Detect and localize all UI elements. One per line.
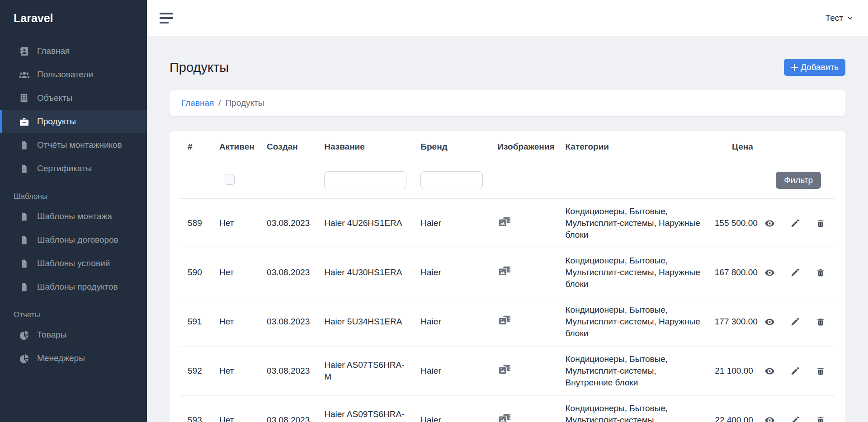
- cell-price: 22 400.00: [708, 396, 756, 422]
- view-button[interactable]: [764, 316, 776, 328]
- edit-button[interactable]: [789, 217, 801, 229]
- file-pdf-icon: [18, 139, 30, 151]
- sidebar-item-label: Пользователи: [37, 70, 93, 80]
- eye-icon: [764, 218, 775, 229]
- sidebar-item-5[interactable]: Сертификаты: [0, 157, 147, 180]
- cell-price: 177 300.00: [708, 297, 756, 347]
- sidebar-item-13[interactable]: Менеджеры: [0, 347, 147, 370]
- products-table: # Активен Создан Название Бренд Изображе…: [180, 138, 835, 422]
- cell-created: 03.08.2023: [259, 248, 317, 297]
- cell-images: [490, 248, 558, 297]
- edit-button[interactable]: [789, 414, 801, 422]
- breadcrumb-home-link[interactable]: Главная: [181, 98, 214, 108]
- sidebar: Laravel ГлавнаяПользователиОбъектыПродук…: [0, 0, 147, 422]
- filter-button[interactable]: Фильтр: [776, 172, 821, 189]
- cell-name: Haier AS09TS6HRA-M: [317, 396, 413, 422]
- eye-icon: [764, 316, 775, 328]
- cell-created: 03.08.2023: [259, 347, 317, 396]
- page-title: Продукты: [170, 60, 229, 75]
- cell-brand: Haier: [413, 396, 490, 422]
- sidebar-item-10[interactable]: Шаблоны продуктов: [0, 275, 147, 299]
- file-pdf-icon: [18, 163, 30, 174]
- cell-images: [490, 297, 558, 347]
- topbar: Тест: [147, 0, 868, 36]
- images-icon: [498, 314, 511, 326]
- delete-button[interactable]: [815, 217, 826, 229]
- eye-icon: [764, 415, 775, 422]
- cell-id: 590: [180, 248, 212, 297]
- sidebar-item-label: Продукты: [37, 117, 76, 127]
- eye-icon: [764, 267, 775, 278]
- sidebar-item-label: Шаблоны договоров: [37, 235, 118, 245]
- delete-button[interactable]: [815, 365, 826, 377]
- table-row: 590 Нет 03.08.2023 Haier 4U30HS1ERA Haie…: [180, 248, 835, 297]
- add-button[interactable]: Добавить: [784, 59, 845, 76]
- cell-brand: Haier: [413, 248, 490, 297]
- cell-id: 593: [180, 396, 212, 422]
- add-button-label: Добавить: [801, 62, 839, 72]
- app-root: Laravel ГлавнаяПользователиОбъектыПродук…: [0, 0, 868, 422]
- sidebar-item-12[interactable]: Товары: [0, 323, 147, 347]
- file-icon: [18, 234, 30, 246]
- view-button[interactable]: [764, 267, 776, 278]
- address-book-icon: [18, 45, 30, 57]
- user-menu-label: Тест: [826, 13, 843, 23]
- cell-brand: Haier: [413, 297, 490, 347]
- file-icon: [18, 211, 30, 222]
- cell-name: Haier 5U34HS1ERA: [317, 297, 413, 347]
- delete-button[interactable]: [815, 414, 826, 422]
- view-button[interactable]: [764, 414, 776, 422]
- pencil-icon: [790, 268, 800, 277]
- table-row: 593 Нет 03.08.2023 Haier AS09TS6HRA-M Ha…: [180, 396, 835, 422]
- active-filter-checkbox[interactable]: [225, 174, 235, 185]
- trash-icon: [816, 219, 825, 228]
- sidebar-item-2[interactable]: Объекты: [0, 86, 147, 110]
- delete-button[interactable]: [815, 267, 826, 278]
- sidebar-item-1[interactable]: Пользователи: [0, 63, 147, 86]
- sidebar-item-0[interactable]: Главная: [0, 39, 147, 63]
- cell-brand: Haier: [413, 347, 490, 396]
- sidebar-item-4[interactable]: Отчёты монтажников: [0, 133, 147, 157]
- table-row: 591 Нет 03.08.2023 Haier 5U34HS1ERA Haie…: [180, 297, 835, 347]
- view-button[interactable]: [764, 365, 776, 377]
- users-icon: [18, 69, 30, 80]
- cell-price: 155 500.00: [708, 199, 756, 248]
- file-icon: [18, 258, 30, 269]
- cell-categories: Кондиционеры, Бытовые, Мультисплит-систе…: [558, 248, 708, 297]
- edit-button[interactable]: [789, 316, 801, 328]
- edit-button[interactable]: [789, 365, 801, 377]
- cell-created: 03.08.2023: [259, 297, 317, 347]
- cell-actions: [756, 248, 835, 297]
- brand-logo[interactable]: Laravel: [0, 0, 147, 33]
- sidebar-item-8[interactable]: Шаблоны договоров: [0, 228, 147, 252]
- cell-actions: [756, 199, 835, 248]
- delete-button[interactable]: [815, 316, 826, 328]
- col-header-images: Изображения: [490, 138, 558, 162]
- images-icon: [498, 216, 511, 227]
- edit-button[interactable]: [789, 267, 801, 278]
- sidebar-item-9[interactable]: Шаблоны условий: [0, 252, 147, 275]
- brand-filter-input[interactable]: [420, 171, 483, 189]
- pencil-icon: [790, 366, 800, 376]
- sidebar-section-header: Отчеты: [0, 299, 147, 323]
- briefcase-icon: [18, 116, 30, 127]
- table-row: 589 Нет 03.08.2023 Haier 4U26HS1ERA Haie…: [180, 199, 835, 248]
- col-header-created: Создан: [259, 138, 317, 162]
- trash-icon: [816, 268, 825, 277]
- cell-name: Haier 4U30HS1ERA: [317, 248, 413, 297]
- cell-price: 21 100.00: [708, 347, 756, 396]
- sidebar-section-header: Шаблоны: [0, 180, 147, 205]
- sidebar-item-7[interactable]: Шаблоны монтажа: [0, 205, 147, 228]
- cell-actions: [756, 347, 835, 396]
- view-button[interactable]: [764, 217, 776, 229]
- name-filter-input[interactable]: [324, 171, 406, 189]
- cell-active: Нет: [212, 396, 259, 422]
- cell-actions: [756, 396, 835, 422]
- cell-active: Нет: [212, 248, 259, 297]
- hamburger-icon: [160, 13, 173, 14]
- sidebar-item-3[interactable]: Продукты: [0, 110, 147, 133]
- building-icon: [18, 92, 30, 104]
- cell-categories: Кондиционеры, Бытовые, Мультисплит-систе…: [558, 347, 708, 396]
- sidebar-toggle-button[interactable]: [160, 11, 173, 25]
- user-menu[interactable]: Тест: [826, 13, 854, 23]
